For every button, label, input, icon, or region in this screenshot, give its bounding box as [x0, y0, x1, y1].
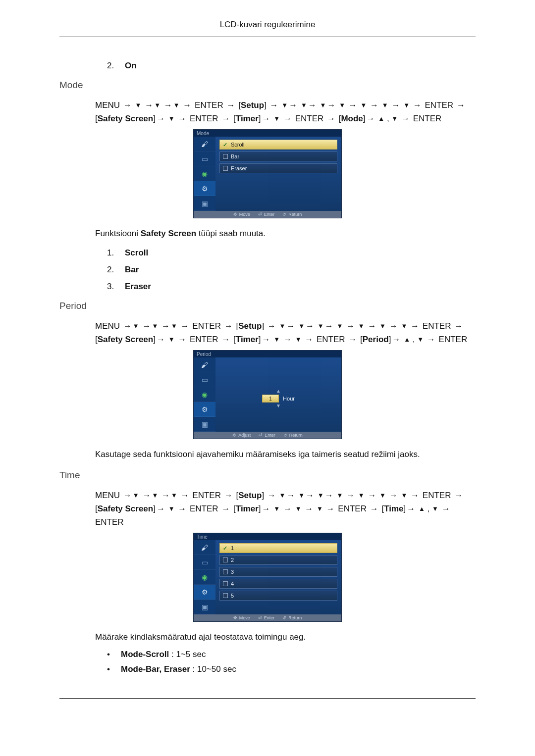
down-icon: ▼: [318, 322, 324, 330]
down-icon: ▼: [173, 101, 180, 109]
down-icon: ▼: [401, 492, 407, 499]
mode-caption: Funktsiooni Safety Screen tüüpi saab muu…: [95, 227, 476, 240]
nav-safety-screen: Safety Screen: [98, 504, 153, 513]
arrow-icon: →: [160, 491, 171, 500]
down-icon: ▼: [379, 492, 386, 499]
osd-option-label: 2: [231, 557, 234, 563]
down-icon: ▼: [279, 322, 286, 330]
list-number: 2.: [107, 265, 117, 275]
osd-screenshot-mode: Mode 🖌 ▭ ◉ ⚙ ▣ ✓Scroll Bar Eraser ✥Move …: [193, 129, 342, 218]
nav-setup: Setup: [241, 101, 264, 110]
down-icon: ▼: [417, 336, 424, 343]
return-icon: ↺: [282, 212, 286, 217]
arrow-icon: →: [345, 491, 356, 500]
arrow-icon: →: [325, 504, 336, 513]
list-item: 2. On: [107, 61, 476, 71]
pip-icon: ▣: [202, 420, 208, 428]
nav-enter: ENTER: [192, 491, 221, 500]
section-heading-time: Time: [59, 470, 476, 481]
osd-option-label: Eraser: [231, 165, 247, 171]
arrow-icon: →: [261, 114, 271, 123]
bullet-rest: : 10~50 sec: [190, 664, 236, 674]
arrow-icon: →: [223, 491, 234, 500]
down-icon: ▼: [361, 101, 367, 109]
gear-icon: ⚙: [202, 185, 208, 193]
arrow-icon: →: [267, 321, 277, 331]
arrow-icon: →: [348, 101, 358, 110]
down-icon: ▼: [358, 322, 365, 330]
arrow-icon: →: [366, 114, 376, 123]
osd-sidebar: 🖌 ▭ ◉ ⚙ ▣: [194, 137, 215, 211]
down-icon: ▼: [401, 322, 407, 330]
nav-safety-screen: Safety Screen: [98, 114, 153, 123]
arrow-icon: →: [156, 114, 166, 123]
list-label: On: [125, 61, 137, 71]
arrow-icon: →: [269, 101, 279, 110]
arrow-icon: →: [324, 321, 334, 331]
list-number: 3.: [107, 282, 117, 292]
list-item: 2. Bar: [107, 265, 476, 275]
arrow-icon: →: [160, 321, 171, 331]
arrow-icon: →: [369, 504, 379, 513]
return-icon: ↺: [282, 615, 286, 620]
down-icon: ▼: [281, 101, 288, 109]
osd-main: ✓1 2 3 4 5: [215, 540, 341, 614]
down-icon: ▼: [358, 492, 365, 499]
arrow-icon: →: [406, 504, 416, 513]
nav-enter: ENTER: [192, 321, 221, 331]
arrow-icon: →: [285, 321, 296, 331]
picture-icon: 🖌: [201, 361, 208, 369]
osd-footer-enter: Enter: [264, 212, 275, 217]
arrow-icon: →: [307, 101, 318, 110]
move-icon: ✥: [233, 615, 237, 620]
down-icon: ▼: [279, 492, 286, 499]
list-item: • Mode-Scroll : 1~5 sec: [107, 650, 476, 659]
nav-menu: MENU: [95, 491, 120, 500]
arrow-icon: →: [412, 101, 423, 110]
nav-target: Time: [384, 504, 403, 513]
arrow-icon: →: [441, 504, 451, 513]
osd-unit: Hour: [283, 396, 295, 402]
nav-timer: Timer: [236, 114, 259, 123]
osd-footer-adjust: Adjust: [238, 433, 251, 438]
osd-title: Mode: [194, 130, 341, 137]
circle-icon: ◉: [202, 391, 208, 399]
osd-footer: ✥Move ⏎Enter ↺Return: [194, 211, 341, 218]
arrow-icon: →: [388, 491, 399, 500]
osd-option: ✓Scroll: [219, 140, 337, 150]
nav-enter: ENTER: [317, 335, 345, 344]
up-icon: ▲: [419, 505, 425, 512]
arrow-icon: →: [220, 504, 231, 513]
nav-setup: Setup: [238, 321, 262, 331]
section-heading-period: Period: [59, 301, 476, 311]
down-icon: ▼: [152, 322, 158, 330]
osd-screenshot-period: Period 🖌 ▭ ◉ ⚙ ▣ ▲ 1 Hour ▼: [193, 350, 342, 439]
up-icon: ▲: [404, 336, 410, 343]
arrow-icon: →: [282, 335, 293, 344]
checkbox-icon: [223, 166, 228, 171]
down-icon: ▼: [298, 492, 305, 499]
arrow-icon: →: [390, 101, 401, 110]
arrow-icon: →: [156, 504, 166, 513]
osd-option: Bar: [219, 151, 337, 161]
osd-main: ✓Scroll Bar Eraser: [215, 137, 341, 211]
down-icon: ▼: [403, 101, 410, 109]
nav-menu: MENU: [95, 321, 120, 331]
list-label: Bar: [125, 265, 139, 275]
arrow-icon: →: [324, 491, 334, 500]
down-icon: ▼: [320, 101, 326, 109]
bullet-icon: •: [107, 650, 113, 659]
page-header: LCD-kuvari reguleerimine: [59, 20, 476, 37]
arrow-icon: →: [144, 101, 154, 110]
arrow-icon: →: [177, 335, 187, 344]
up-icon: ▲: [378, 115, 384, 122]
checkbox-icon: [223, 593, 228, 598]
list-item: 3. Eraser: [107, 282, 476, 292]
caption-bold: Safety Screen: [141, 229, 196, 238]
osd-option: Eraser: [219, 163, 337, 173]
arrow-icon: →: [282, 114, 293, 123]
list-number: 2.: [107, 61, 117, 71]
osd-option-label: Scroll: [231, 142, 245, 148]
enter-icon: ⏎: [259, 433, 263, 438]
up-icon: ▲: [276, 389, 281, 394]
